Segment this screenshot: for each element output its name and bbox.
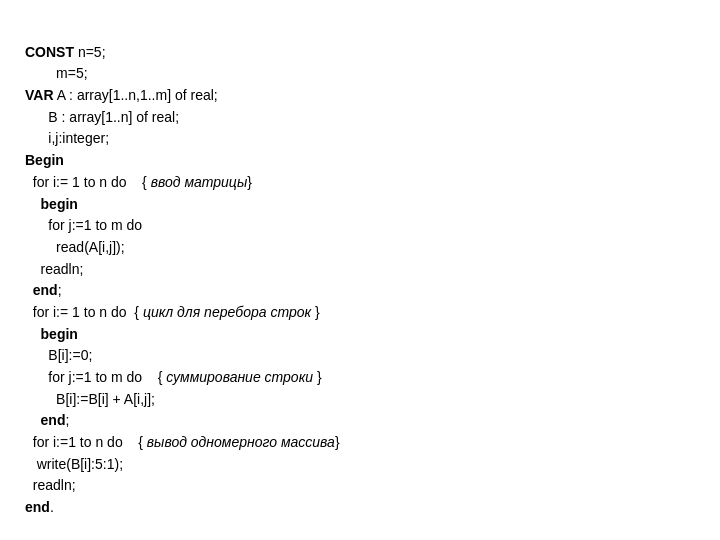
code-part: A : array[1..n,1..m] of real; <box>54 87 218 103</box>
code-line: write(B[i]:5:1); <box>25 454 340 476</box>
code-part <box>25 282 33 298</box>
code-part: вывод одномерного массива <box>147 434 335 450</box>
code-part: m=5; <box>25 65 88 81</box>
code-part: readln; <box>25 261 83 277</box>
code-part: } <box>335 434 340 450</box>
code-line: for i:=1 to n do { вывод одномерного мас… <box>25 432 340 454</box>
code-part: begin <box>41 196 78 212</box>
code-part: readln; <box>25 477 76 493</box>
code-line: read(A[i,j]); <box>25 237 340 259</box>
code-part: end <box>33 282 58 298</box>
code-part: CONST <box>25 44 74 60</box>
code-part: VAR <box>25 87 54 103</box>
code-part: B[i]:=0; <box>25 347 92 363</box>
code-block: CONST n=5; m=5;VAR A : array[1..n,1..m] … <box>25 20 340 519</box>
code-line: for j:=1 to m do { суммирование строки } <box>25 367 340 389</box>
code-part: i,j:integer; <box>25 130 109 146</box>
code-part: ; <box>58 282 62 298</box>
code-part <box>25 412 41 428</box>
code-line: readln; <box>25 475 340 497</box>
code-part: . <box>50 499 54 515</box>
code-line: m=5; <box>25 63 340 85</box>
code-part: { <box>127 304 143 320</box>
code-line: for i:= 1 to n do { цикл для перебора ст… <box>25 302 340 324</box>
code-line: Begin <box>25 150 340 172</box>
code-part: B : array[1..n] of real; <box>25 109 179 125</box>
code-part: for j:=1 to m do <box>25 369 142 385</box>
code-part: begin <box>41 326 78 342</box>
code-line: B[i]:=0; <box>25 345 340 367</box>
code-part: for i:= 1 to n do <box>25 174 127 190</box>
code-part: { <box>123 434 147 450</box>
code-part: for i:= 1 to n do <box>25 304 127 320</box>
code-part: } <box>313 369 322 385</box>
code-line: for j:=1 to m do <box>25 215 340 237</box>
code-line: end; <box>25 280 340 302</box>
code-line: CONST n=5; <box>25 42 340 64</box>
code-part <box>25 326 41 342</box>
code-part: write(B[i]:5:1); <box>25 456 123 472</box>
code-line: i,j:integer; <box>25 128 340 150</box>
code-line: begin <box>25 324 340 346</box>
code-part: суммирование строки <box>166 369 313 385</box>
code-part: end <box>25 499 50 515</box>
code-line: B[i]:=B[i] + A[i,j]; <box>25 389 340 411</box>
code-part: n=5; <box>74 44 106 60</box>
code-part <box>25 196 41 212</box>
code-part: ввод матрицы <box>151 174 248 190</box>
code-part: } <box>311 304 320 320</box>
code-line: readln; <box>25 259 340 281</box>
code-line: begin <box>25 194 340 216</box>
code-line: end. <box>25 497 340 519</box>
code-line: B : array[1..n] of real; <box>25 107 340 129</box>
code-part: { <box>127 174 151 190</box>
code-part: } <box>247 174 252 190</box>
code-part: B[i]:=B[i] + A[i,j]; <box>25 391 155 407</box>
code-line: end; <box>25 410 340 432</box>
code-part: end <box>41 412 66 428</box>
code-part: Begin <box>25 152 64 168</box>
code-part: { <box>142 369 166 385</box>
code-part: for i:=1 to n do <box>25 434 123 450</box>
code-part: цикл для перебора строк <box>143 304 311 320</box>
code-part: read(A[i,j]); <box>25 239 125 255</box>
code-part: for j:=1 to m do <box>25 217 142 233</box>
code-line: VAR A : array[1..n,1..m] of real; <box>25 85 340 107</box>
code-line: for i:= 1 to n do { ввод матрицы} <box>25 172 340 194</box>
code-part: ; <box>65 412 69 428</box>
